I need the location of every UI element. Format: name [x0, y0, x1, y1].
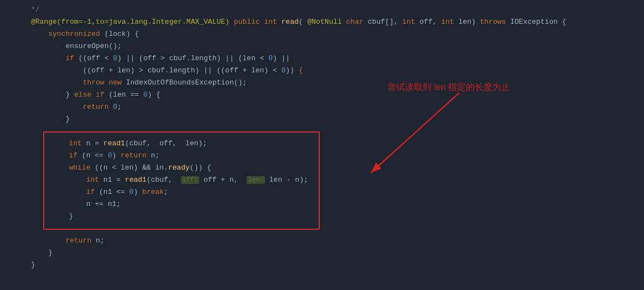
code-line: return n;	[0, 235, 644, 247]
code-line: @Range(from=-1,to=java.lang.Integer.MAX_…	[0, 17, 644, 29]
code-editor: */ @Range(from=-1,to=java.lang.Integer.M…	[0, 0, 644, 290]
code-line-box: n += n1;	[0, 199, 644, 211]
code-line-box: int n1 = read1(cbuf, off: off + n, len: …	[0, 175, 644, 187]
code-line: ensureOpen();	[0, 41, 644, 53]
code-line-box: while ((n < len) && in.ready()) {	[0, 162, 644, 175]
code-line: throw new IndexOutOfBoundsException();	[0, 77, 644, 89]
code-line-box: if (n <= 0) return n;	[0, 150, 644, 162]
code-line-box: int n = read1(cbuf, off, len);	[0, 138, 644, 150]
code-line	[0, 223, 644, 235]
code-line: }	[0, 260, 644, 272]
code-line: }	[0, 247, 644, 260]
code-line: return 0;	[0, 102, 644, 114]
code-line: } else if (len == 0) {	[0, 89, 644, 102]
code-line: synchronized (lock) {	[0, 29, 644, 41]
code-line: }	[0, 114, 644, 126]
code-line: ((off + len) > cbuf.length) || ((off + l…	[0, 65, 644, 77]
code-line: */	[0, 4, 644, 17]
code-line: if ((off < 0) || (off > cbuf.length) || …	[0, 53, 644, 65]
code-line	[0, 126, 644, 138]
code-line-box: if (n1 <= 0) break;	[0, 187, 644, 199]
code-line-box: }	[0, 211, 644, 223]
